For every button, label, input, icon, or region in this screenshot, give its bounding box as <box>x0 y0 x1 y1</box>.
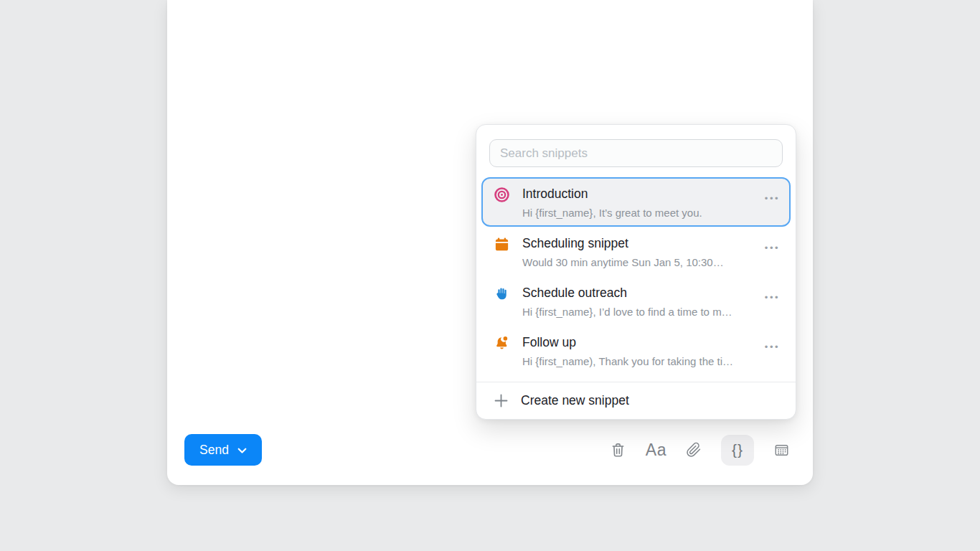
send-button-label: Send <box>199 443 229 458</box>
composer-toolbar: Aa {} <box>610 434 790 466</box>
create-new-snippet-label: Create new snippet <box>521 393 629 408</box>
plus-icon <box>494 394 508 408</box>
ellipsis-menu-icon[interactable]: ••• <box>765 189 780 208</box>
snippet-preview: Hi {first_name}, It’s great to meet you. <box>522 203 765 222</box>
snippet-list: Introduction Hi {first_name}, It’s great… <box>476 177 796 381</box>
attachment-icon[interactable] <box>686 442 702 458</box>
snippets-button[interactable]: {} <box>721 435 754 466</box>
snippet-preview: Would 30 min anytime Sun Jan 5, 10:30… <box>522 253 765 272</box>
search-snippets-input[interactable] <box>489 139 783 167</box>
snippet-title: Scheduling snippet <box>522 234 765 253</box>
snippet-title: Follow up <box>522 333 765 352</box>
target-icon <box>494 187 510 203</box>
text-format-icon[interactable]: Aa <box>646 441 666 460</box>
snippet-item-schedule-outreach[interactable]: Schedule outreach Hi {first_name}, I’d l… <box>481 276 791 326</box>
create-new-snippet-button[interactable]: Create new snippet <box>476 382 796 419</box>
braces-icon: {} <box>732 441 743 458</box>
snippet-preview: Hi {first_name}, I’d love to find a time… <box>522 302 765 321</box>
bell-icon <box>494 335 510 352</box>
snippet-item-scheduling-snippet[interactable]: Scheduling snippet Would 30 min anytime … <box>481 227 791 276</box>
snippet-preview: Hi {first_name), Thank you for taking th… <box>522 352 765 371</box>
snippets-popup: Introduction Hi {first_name}, It’s great… <box>476 124 796 420</box>
snippet-title: Introduction <box>522 184 765 203</box>
snippet-title: Schedule outreach <box>522 283 765 302</box>
snippet-item-introduction[interactable]: Introduction Hi {first_name}, It’s great… <box>481 177 791 227</box>
chevron-down-icon <box>237 448 247 454</box>
ellipsis-menu-icon[interactable]: ••• <box>765 288 780 307</box>
calendar-icon <box>494 236 510 253</box>
hand-icon <box>494 286 510 302</box>
trash-icon[interactable] <box>610 442 626 458</box>
send-button[interactable]: Send <box>184 434 262 466</box>
snippet-item-follow-up[interactable]: Follow up Hi {first_name), Thank you for… <box>481 326 791 375</box>
ellipsis-menu-icon[interactable]: ••• <box>765 338 780 357</box>
search-wrap <box>476 125 796 177</box>
ellipsis-menu-icon[interactable]: ••• <box>765 239 780 258</box>
calendar-grid-icon[interactable] <box>773 442 790 458</box>
